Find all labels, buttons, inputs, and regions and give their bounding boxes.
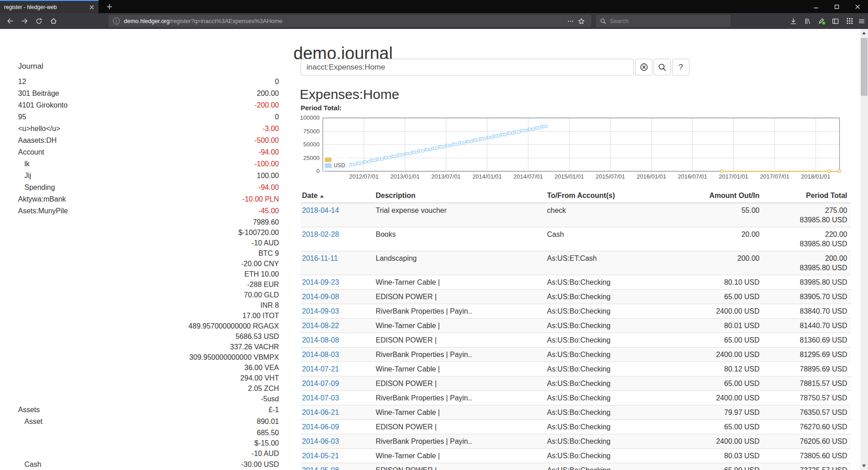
sidebar-account-row[interactable]: 36.00 VEA (8, 362, 279, 373)
bookmark-star-icon[interactable] (576, 16, 587, 27)
sidebar-account-row[interactable]: 294.00 VHT (8, 373, 279, 383)
reload-button[interactable] (33, 15, 45, 27)
transaction-date-link[interactable]: 2014-06-09 (302, 423, 339, 431)
sidebar-account-row[interactable]: Asets:MunyPile-45.00 (8, 205, 279, 217)
scrollbar-thumb[interactable] (861, 38, 868, 96)
account-name[interactable]: Spending (8, 182, 259, 193)
sidebar-toggle-icon[interactable] (830, 15, 841, 27)
sidebar-account-row[interactable]: 7989.60 (8, 217, 279, 227)
help-button[interactable]: ? (672, 59, 689, 75)
cell-description: Books (374, 227, 546, 251)
sidebar-account-row[interactable]: 685.50 (8, 428, 279, 438)
account-name[interactable]: Asets:MunyPile (8, 205, 259, 217)
sidebar-account-row[interactable]: INR 8 (8, 300, 279, 310)
back-button[interactable] (4, 15, 16, 27)
transaction-date-link[interactable]: 2014-09-08 (302, 293, 339, 301)
sidebar-account-row[interactable]: Aktywa:mBank-10.00 PLN (8, 193, 279, 205)
minimize-button[interactable] (806, 0, 826, 13)
account-name[interactable]: 12 (8, 76, 275, 88)
account-name[interactable]: Aaasets:DH (8, 135, 255, 146)
query-input[interactable] (301, 59, 634, 75)
sidebar-account-row[interactable]: ETH 10.00 (8, 269, 279, 279)
restore-button[interactable] (826, 0, 847, 13)
transaction-date-link[interactable]: 2018-02-28 (302, 230, 339, 238)
transaction-date-link[interactable]: 2014-07-03 (302, 394, 339, 402)
download-icon[interactable] (788, 15, 799, 27)
scroll-down-icon[interactable] (862, 465, 866, 467)
sidebar-account-row[interactable]: 950 (8, 111, 279, 123)
sidebar-account-row[interactable]: -10 AUD (8, 448, 279, 459)
sidebar-account-row[interactable]: 5686.53 USD (8, 331, 279, 342)
account-name[interactable]: Jij (8, 170, 257, 182)
sidebar-account-row[interactable]: 489.957000000000 RGAGX (8, 321, 279, 331)
sidebar-account-row[interactable]: 2.05 ZCH (8, 383, 279, 394)
transaction-date-link[interactable]: 2014-05-08 (302, 466, 339, 470)
home-button[interactable] (47, 15, 60, 27)
column-header-date[interactable]: Date (301, 190, 374, 203)
account-name[interactable]: Cash (8, 459, 241, 470)
url-bar[interactable]: i demo.hledger.org/register?q=inacct%3AE… (108, 15, 591, 27)
close-window-button[interactable] (847, 0, 868, 13)
account-name[interactable]: 301 Beiträge (8, 88, 257, 99)
sidebar-account-row[interactable]: $-100720.00 (8, 227, 279, 238)
sidebar-account-row[interactable]: BTC 9 (8, 248, 279, 258)
forward-button[interactable] (18, 15, 31, 27)
sidebar-account-row[interactable]: Spending-94.00 (8, 182, 279, 193)
site-info-icon[interactable]: i (113, 18, 120, 24)
transaction-date-link[interactable]: 2018-04-14 (302, 207, 339, 214)
sidebar-account-row[interactable]: Aaasets:DH-500.00 (8, 135, 279, 146)
scroll-up-icon[interactable] (862, 32, 866, 34)
sidebar-account-row[interactable]: 301 Beiträge200.00 (8, 88, 279, 99)
account-name[interactable]: <u>hello</u> (8, 123, 263, 135)
account-name[interactable]: lk (8, 158, 255, 170)
sidebar-account-row[interactable]: 17.00 ITOT (8, 310, 279, 321)
transaction-date-link[interactable]: 2014-07-21 (302, 365, 339, 373)
transaction-date-link[interactable]: 2014-05-21 (302, 452, 339, 460)
sidebar-account-row[interactable]: $-15.00 (8, 438, 279, 448)
transaction-date-link[interactable]: 2016-11-11 (302, 254, 338, 262)
transaction-date-link[interactable]: 2014-06-21 (302, 409, 339, 416)
sidebar-account-row[interactable]: Jij100.00 (8, 170, 279, 182)
sidebar-account-row[interactable]: 337.26 VACHR (8, 342, 279, 352)
new-tab-button[interactable] (102, 0, 117, 13)
extension-icon[interactable] (816, 15, 827, 27)
sidebar-account-row[interactable]: -20.00 CNY (8, 258, 279, 269)
account-name[interactable]: Aktywa:mBank (8, 193, 242, 205)
account-name[interactable]: Asset (8, 416, 257, 428)
account-name[interactable]: Account (8, 146, 259, 158)
account-name[interactable]: 4101 Girokonto (8, 99, 255, 111)
hamburger-menu-icon[interactable] (856, 15, 868, 27)
page-scrollbar[interactable] (860, 29, 868, 470)
transaction-date-link[interactable]: 2014-08-08 (302, 336, 339, 344)
browser-search-bar[interactable]: Search (596, 15, 731, 27)
sidebar-account-row[interactable]: -288 EUR (8, 279, 279, 290)
tab-close-icon[interactable] (89, 5, 94, 10)
sidebar-account-row[interactable]: <u>hello</u>-3.00 (8, 123, 279, 135)
sidebar-account-row[interactable]: 120 (8, 76, 279, 88)
sidebar-account-row[interactable]: Cash-30.00 USD (8, 459, 279, 470)
sidebar-account-row[interactable]: Assets£-1 (8, 404, 279, 416)
sidebar-account-row[interactable]: Asset890.01 (8, 416, 279, 428)
transaction-date-link[interactable]: 2014-08-03 (302, 351, 339, 358)
sidebar-account-row[interactable]: -5usd (8, 394, 279, 404)
sidebar-account-row[interactable]: Account-94.00 (8, 146, 279, 158)
sidebar-account-row[interactable]: 309.950000000000 VBMPX (8, 352, 279, 362)
journal-link[interactable]: Journal (8, 61, 279, 72)
grid-menu-icon[interactable] (844, 15, 855, 27)
sidebar-account-row[interactable]: 4101 Girokonto-200.00 (8, 99, 279, 111)
sidebar-account-row[interactable]: lk-100.00 (8, 158, 279, 170)
browser-tab[interactable]: register - hledger-web (0, 0, 99, 13)
account-name[interactable]: 95 (8, 111, 275, 123)
account-name[interactable]: Assets (8, 404, 269, 416)
sidebar-account-row[interactable]: -10 AUD (8, 238, 279, 248)
transaction-date-link[interactable]: 2014-08-22 (302, 322, 339, 329)
search-button[interactable] (654, 59, 671, 75)
clear-query-button[interactable] (635, 59, 652, 75)
transaction-date-link[interactable]: 2014-06-03 (302, 437, 339, 445)
transaction-date-link[interactable]: 2014-07-09 (302, 380, 339, 387)
transaction-date-link[interactable]: 2014-09-23 (302, 278, 339, 286)
transaction-date-link[interactable]: 2014-09-03 (302, 307, 339, 315)
page-actions-icon[interactable] (565, 16, 576, 27)
library-icon[interactable] (802, 15, 813, 27)
sidebar-account-row[interactable]: 70.00 GLD (8, 290, 279, 300)
